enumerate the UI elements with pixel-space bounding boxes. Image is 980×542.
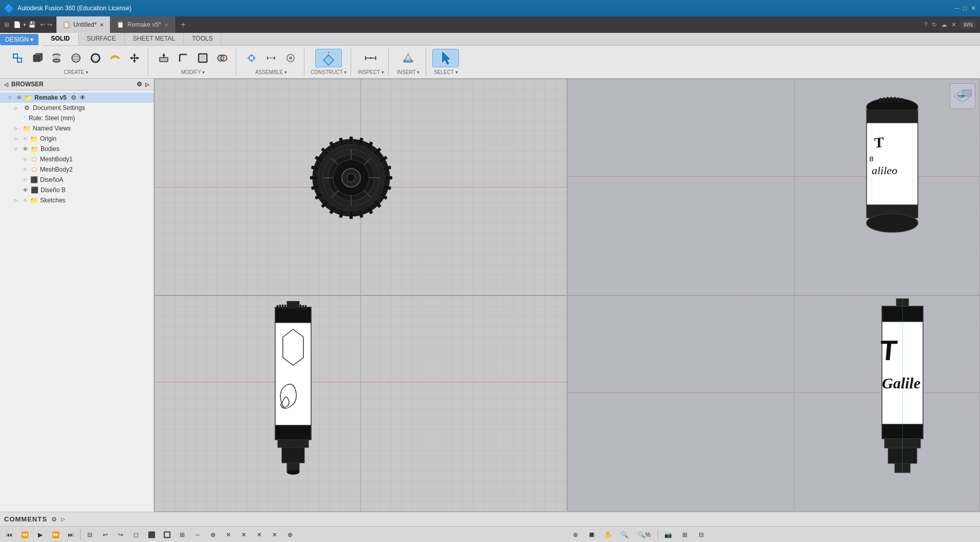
zoom-btn[interactable]: 🔍	[618, 529, 632, 541]
tab-close-untitled[interactable]: ✕	[100, 22, 104, 28]
tree-item-remake[interactable]: ▽ 👁 📁 Remake v5 ⚙ 👁	[0, 92, 153, 103]
icon-10[interactable]: ✕	[221, 529, 236, 541]
tree-item-meshbody1[interactable]: 👁 ⬡ MeshBody1	[0, 154, 153, 164]
eye-icon-disenob[interactable]: 👁	[23, 187, 28, 193]
eye-icon-disenoa[interactable]: 👁	[23, 177, 28, 183]
tree-item-disenob[interactable]: 👁 ⬛ Diseño B	[0, 185, 153, 195]
tree-item-bodies[interactable]: ▽ 👁 📁 Bodies	[0, 144, 153, 154]
create-box-btn[interactable]	[28, 49, 46, 67]
save-icon[interactable]: 💾	[28, 21, 36, 28]
viewport-top-right[interactable]: TOP	[567, 79, 981, 295]
measure-btn[interactable]	[357, 49, 384, 67]
maximize-btn[interactable]: □	[963, 5, 967, 12]
playback-start-btn[interactable]: ⏮	[2, 529, 16, 541]
eye-icon-bodies[interactable]: 👁	[23, 146, 28, 152]
drive-joints-btn[interactable]	[281, 49, 300, 67]
insert-mesh-btn[interactable]	[395, 49, 421, 67]
tree-item-docsettings[interactable]: ▷ ⚙ Document Settings	[0, 103, 153, 113]
eye-icon-mesh1[interactable]: 👁	[23, 157, 28, 162]
undo-icon[interactable]: ↩	[40, 21, 45, 28]
icon-6[interactable]: 🔲	[160, 529, 174, 541]
icon-7[interactable]: ⊞	[175, 529, 189, 541]
comments-settings-icon[interactable]: ⚙	[51, 516, 57, 523]
help-icon[interactable]: ?	[924, 21, 928, 28]
create-cylinder-btn[interactable]	[47, 49, 66, 67]
icon-4[interactable]: ◻	[129, 529, 143, 541]
tab-tools[interactable]: TOOLS	[184, 33, 221, 45]
create-pipe-btn[interactable]	[106, 49, 124, 67]
browser-expand-icon[interactable]: ▷	[145, 82, 149, 87]
create-torus-btn[interactable]	[86, 49, 105, 67]
combine-btn[interactable]	[213, 49, 232, 67]
move-btn[interactable]	[125, 49, 144, 67]
orbit-btn[interactable]: ⊕	[568, 529, 583, 541]
fillet-btn[interactable]	[174, 49, 193, 67]
eye-icon-origin[interactable]: 👁	[23, 136, 28, 142]
construct-plane-btn[interactable]	[315, 49, 342, 67]
tree-item-meshbody2[interactable]: 👁 ⬡ MeshBody2	[0, 164, 153, 175]
icon-2[interactable]: ↩	[98, 529, 112, 541]
viewport-bottom-right[interactable]: T Galile	[567, 295, 981, 512]
tab-surface[interactable]: SURFACE	[79, 33, 125, 45]
minimize-btn[interactable]: ─	[954, 5, 959, 12]
browser-settings-icon[interactable]: ⚙	[137, 81, 142, 88]
tab-untitled[interactable]: 📋 Untitled* ✕	[56, 16, 110, 33]
redo-icon[interactable]: ↪	[47, 21, 52, 28]
gear-icon-remake[interactable]: ⚙	[71, 94, 76, 101]
viewport-top-left[interactable]	[154, 79, 567, 295]
icon-8[interactable]: ↔	[190, 529, 205, 541]
sync-icon[interactable]: ↻	[932, 21, 937, 28]
shell-btn[interactable]	[194, 49, 212, 67]
pan-btn[interactable]: ✋	[601, 529, 616, 541]
eye-icon-sketches[interactable]: 👁	[23, 198, 28, 203]
tree-item-origin[interactable]: ▷ 👁 📁 Origin	[0, 134, 153, 144]
collapse-left-icon[interactable]: ◁	[4, 82, 8, 87]
new-component-btn[interactable]	[8, 49, 27, 67]
zoom-fit-btn[interactable]: 🔍%	[634, 529, 655, 541]
grid-icon[interactable]: ⊞	[4, 21, 9, 28]
eye-small-icon[interactable]: 👁	[80, 94, 86, 101]
icon-5[interactable]: ⬛	[144, 529, 159, 541]
icon-3[interactable]: ↪	[113, 529, 128, 541]
timeline-icon[interactable]: ⊟	[83, 529, 97, 541]
playback-next-btn[interactable]: ⏩	[48, 529, 63, 541]
layout-btn[interactable]: ⊟	[694, 529, 708, 541]
eye-icon-mesh2[interactable]: 👁	[23, 167, 28, 173]
icon-13[interactable]: ✕	[267, 529, 282, 541]
file-icon[interactable]: 📄	[13, 21, 21, 28]
close-btn[interactable]: ✕	[971, 5, 976, 12]
icon-11[interactable]: ✕	[237, 529, 251, 541]
press-pull-btn[interactable]	[155, 49, 173, 67]
cloud-icon[interactable]: ☁	[941, 21, 947, 28]
tab-sheet-metal[interactable]: SHEET METAL	[125, 33, 184, 45]
viewport-bottom-left[interactable]	[154, 295, 567, 512]
tree-item-namedviews[interactable]: ▷ 📁 Named Views	[0, 123, 153, 134]
icon-12[interactable]: ✕	[252, 529, 266, 541]
icon-14[interactable]: ⊕	[283, 529, 297, 541]
eye-icon[interactable]: 👁	[16, 95, 22, 101]
rigid-group-btn[interactable]	[262, 49, 280, 67]
grid-btn[interactable]: ⊞	[678, 529, 692, 541]
create-sphere-btn[interactable]	[67, 49, 85, 67]
tree-item-disenoa[interactable]: 👁 ⬛ DiseñoA	[0, 175, 153, 185]
tab-close-right[interactable]: ✕	[951, 21, 956, 28]
view-cube[interactable]: TOP	[950, 83, 975, 109]
svg-marker-18	[137, 57, 139, 60]
tab-add-button[interactable]: +	[175, 16, 191, 33]
joint-btn[interactable]	[242, 49, 261, 67]
tree-item-rule[interactable]: 📄 Rule: Steel (mm)	[0, 113, 153, 123]
design-button[interactable]: DESIGN ▾	[0, 34, 39, 45]
select-btn[interactable]	[432, 49, 459, 67]
tab-close-remake[interactable]: ✕	[164, 22, 168, 28]
playback-end-btn[interactable]: ⏭	[64, 529, 78, 541]
tab-solid[interactable]: SOLID	[43, 33, 79, 45]
display-mode-btn[interactable]: 📷	[661, 529, 676, 541]
dropdown-icon[interactable]: ▾	[23, 21, 26, 28]
playback-prev-btn[interactable]: ⏪	[17, 529, 32, 541]
comments-expand-icon[interactable]: ▷	[61, 516, 65, 522]
tab-remake[interactable]: 📋 Remake v5* ✕	[110, 16, 175, 33]
look-at-btn[interactable]: 🔳	[585, 529, 599, 541]
playback-play-btn[interactable]: ▶	[33, 529, 47, 541]
icon-9[interactable]: ⊕	[206, 529, 220, 541]
tree-item-sketches[interactable]: ▷ 👁 📁 Sketches	[0, 195, 153, 205]
